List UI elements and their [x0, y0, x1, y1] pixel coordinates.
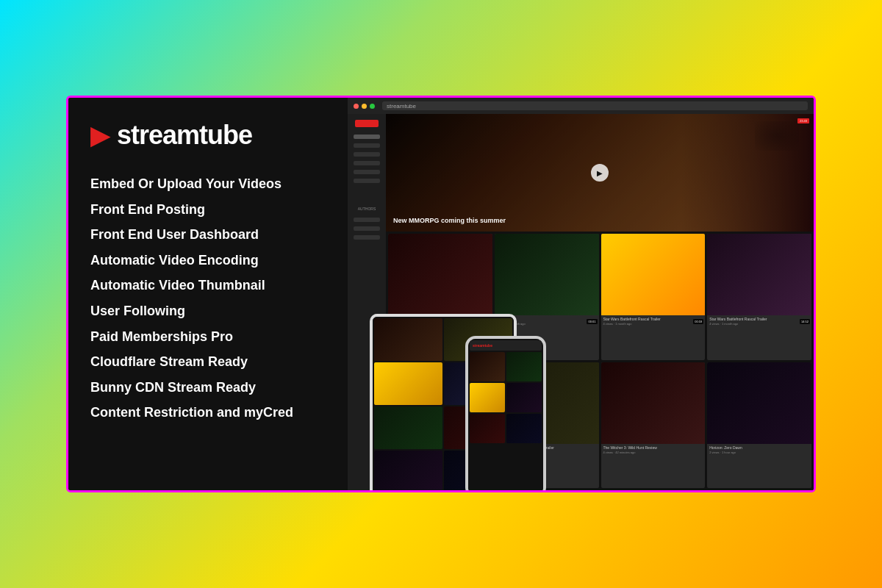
mock-sidebar-item-author3 — [354, 235, 380, 240]
mock-thumb-7-image — [601, 362, 706, 444]
phone-logo-text: streamtube — [473, 343, 492, 348]
mock-play-button[interactable]: ▶ — [591, 164, 609, 182]
feature-item-6: User Following — [90, 298, 326, 324]
feature-item-4: Automatic Video Encoding — [90, 248, 326, 273]
logo-play-icon: ▶ — [90, 122, 111, 148]
mock-thumb-3-duration: 00:59 — [693, 319, 703, 324]
feature-item-9: Bunny CDN Stream Ready — [90, 375, 326, 401]
browser-url-text: streamtube — [387, 103, 416, 110]
browser-dot-green — [370, 104, 375, 109]
mock-thumb-3-image — [601, 234, 706, 315]
mock-thumb-2-duration: 00:01 — [587, 319, 597, 324]
mock-thumb-4-image — [707, 234, 811, 315]
phone-header: streamtube — [470, 340, 542, 351]
mock-thumb-3-info: Star Wars Battlefront Rascal Trailer 4 v… — [601, 315, 706, 327]
mock-hero: ▶ New MMORPG coming this summer 23:49 — [386, 114, 814, 232]
mock-thumb-1-image — [388, 234, 492, 315]
mock-thumb-7: The Witcher 3: Wild Hunt Review 4 views … — [601, 362, 706, 489]
logo-area: ▶ streamtube — [90, 120, 326, 151]
desktop-mock: AUTHORS ▶ New MMORPG coming this s — [348, 114, 814, 490]
mock-thumb-2-image — [495, 234, 599, 315]
mock-thumb-8-title: Horizon: Zero Dawn — [709, 445, 809, 450]
feature-item-1: Embed Or Upload Your Videos — [90, 171, 326, 197]
mock-sidebar-item-videos — [354, 143, 380, 148]
mock-thumb-4-info: Star Wars Battlefront Rascal Trailer 4 v… — [707, 315, 811, 327]
mock-sidebar-item-singles — [354, 179, 380, 183]
mock-thumb-3: 00:59 Star Wars Battlefront Rascal Trail… — [601, 234, 706, 360]
mock-sidebar-item-author2 — [354, 226, 380, 231]
tablet-thumb-3 — [374, 362, 442, 405]
mock-sidebar-item-home — [354, 135, 380, 139]
phone-video-row-1 — [470, 352, 542, 381]
mock-sidebar-item-live — [354, 161, 380, 165]
phone-thumb-3 — [470, 383, 505, 412]
phone-screen: streamtube — [468, 339, 543, 490]
mock-thumb-8-info: Horizon: Zero Dawn 2 views · 1 hour ago — [707, 444, 811, 456]
mock-sidebar-item-author1 — [354, 218, 380, 222]
feature-item-7: Paid Memberships Pro — [90, 324, 326, 350]
phone-mockup: streamtube — [465, 336, 546, 490]
tablet-thumb-1 — [374, 318, 442, 361]
feature-item-8: Cloudflare Stream Ready — [90, 349, 326, 375]
feature-item-2: Front End Posting — [90, 197, 326, 223]
tablet-thumb-7 — [374, 451, 442, 490]
mock-thumb-8: Horizon: Zero Dawn 2 views · 1 hour ago — [707, 362, 811, 489]
feature-item-5: Automatic Video Thumbnail — [90, 273, 326, 298]
mock-sidebar-item-blog — [354, 170, 380, 174]
phone-thumb-4 — [506, 383, 542, 412]
mock-thumb-3-title: Star Wars Battlefront Rascal Trailer — [603, 317, 703, 321]
mock-thumb-4: 14:52 Star Wars Battlefront Rascal Trail… — [707, 234, 811, 360]
phone-thumb-6 — [506, 414, 542, 443]
mock-hero-title: New MMORPG coming this summer — [393, 217, 506, 224]
logo-text: streamtube — [117, 120, 252, 151]
mock-thumb-4-duration: 14:52 — [800, 319, 810, 324]
phone-thumb-1 — [470, 352, 505, 381]
browser-dot-red — [354, 104, 359, 109]
mock-sidebar-logo — [355, 120, 379, 127]
mock-thumb-4-title: Star Wars Battlefront Rascal Trailer — [709, 317, 809, 321]
mock-thumb-7-info: The Witcher 3: Wild Hunt Review 4 views … — [601, 444, 706, 456]
browser-url-bar: streamtube — [382, 101, 808, 110]
mock-sidebar-item-members — [354, 152, 380, 157]
main-card: ▶ streamtube Embed Or Upload Your Videos… — [66, 96, 816, 492]
mock-thumb-8-meta: 2 views · 1 hour ago — [709, 451, 809, 454]
phone-video-row-2 — [470, 383, 542, 412]
features-list: Embed Or Upload Your Videos Front End Po… — [90, 171, 326, 426]
tablet-thumb-5 — [374, 406, 442, 449]
mock-thumb-8-image — [707, 362, 811, 444]
right-panel: streamtube AUTHORS — [348, 98, 814, 490]
mock-hero-duration: 23:49 — [797, 118, 809, 123]
phone-thumb-2 — [506, 352, 542, 381]
feature-item-3: Front End User Dashboard — [90, 222, 326, 248]
phone-video-row-3 — [470, 414, 542, 443]
mock-thumb-3-meta: 4 views · 1 month ago — [603, 322, 703, 326]
phone-thumb-5 — [470, 414, 505, 443]
left-panel: ▶ streamtube Embed Or Upload Your Videos… — [68, 98, 348, 490]
browser-bar: streamtube — [348, 98, 814, 114]
mock-thumb-4-meta: 4 views · 1 month ago — [709, 322, 809, 326]
mock-thumb-7-meta: 4 views · 42 minutes ago — [603, 451, 703, 454]
browser-dot-yellow — [362, 104, 367, 109]
feature-item-10: Content Restriction and myCred — [90, 400, 326, 426]
mock-hero-overlay: ▶ — [386, 114, 814, 232]
mock-thumb-7-title: The Witcher 3: Wild Hunt Review — [603, 445, 703, 450]
